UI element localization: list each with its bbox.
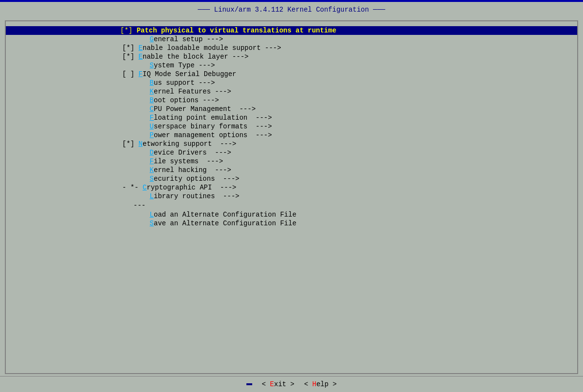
menu-item[interactable]: Boot options ---> <box>6 96 577 105</box>
menu-item[interactable]: System Type ---> <box>6 61 577 70</box>
main-area: ─── Linux/arm 3.4.112 Kernel Configurati… <box>0 2 583 392</box>
menu-content[interactable]: [*] Patch physical to virtual translatio… <box>6 21 577 373</box>
menu-item[interactable]: Kernel Features ---> <box>6 87 577 96</box>
menu-item[interactable]: Userspace binary formats ---> <box>6 122 577 131</box>
menu-item[interactable]: Bus support ---> <box>6 78 577 87</box>
menu-item[interactable]: [*] Patch physical to virtual translatio… <box>6 26 577 35</box>
menu-item[interactable]: Security options ---> <box>6 174 577 183</box>
exit-label-suffix: xit > <box>274 380 294 388</box>
help-hotkey: H <box>312 380 316 388</box>
exit-label-prefix: < <box>262 380 270 388</box>
menu-item[interactable]: Power management options ---> <box>6 131 577 140</box>
menu-item[interactable]: Load an Alternate Configuration File <box>6 210 577 219</box>
exit-hotkey: E <box>270 380 274 388</box>
menu-item[interactable]: [*] Enable loadable module support ---> <box>6 44 577 52</box>
header-section: ─── Linux/arm 3.4.112 Kernel Configurati… <box>0 2 583 18</box>
header-title: ─── Linux/arm 3.4.112 Kernel Configurati… <box>5 6 578 14</box>
menu-item[interactable]: General setup ---> <box>6 35 577 44</box>
help-label-prefix: < <box>304 380 312 388</box>
menu-item: --- <box>6 201 577 210</box>
menu-item[interactable]: Kernel hacking ---> <box>6 166 577 174</box>
menu-item[interactable]: Library routines ---> <box>6 192 577 201</box>
bottom-bar: < Exit > < Help > <box>0 376 583 392</box>
menu-item[interactable]: [*] Enable the block layer ---> <box>6 52 577 61</box>
exit-button[interactable]: < Exit > <box>262 380 294 388</box>
menu-item[interactable]: Floating point emulation ---> <box>6 113 577 122</box>
menu-item[interactable]: - *- Cryptographic API ---> <box>6 183 577 192</box>
menu-item[interactable]: Save an Alternate Configuration File <box>6 219 577 228</box>
menu-item[interactable]: CPU Power Management ---> <box>6 105 577 113</box>
menu-item[interactable]: Device Drivers ---> <box>6 148 577 157</box>
menu-border: [*] Patch physical to virtual translatio… <box>5 20 578 374</box>
help-button[interactable]: < Help > <box>304 380 337 388</box>
menu-item[interactable]: [ ] FIQ Mode Serial Debugger <box>6 70 577 78</box>
help-label-suffix: elp > <box>316 380 337 388</box>
menu-item[interactable]: [*] Networking support ---> <box>6 140 577 148</box>
menu-item[interactable]: File systems ---> <box>6 157 577 166</box>
select-button[interactable] <box>246 383 252 385</box>
